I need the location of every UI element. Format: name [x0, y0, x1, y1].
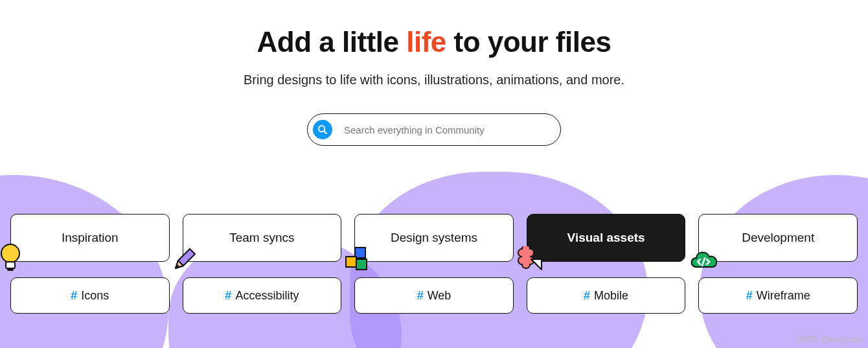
hash-icon: # — [584, 289, 590, 303]
tag-label: Accessibility — [235, 289, 299, 303]
category-card-inspiration[interactable]: Inspiration — [10, 214, 170, 262]
blocks-icon — [343, 246, 369, 275]
search-icon[interactable] — [313, 120, 332, 139]
tag-label: Web — [428, 289, 451, 303]
svg-rect-9 — [346, 257, 356, 267]
category-card-development[interactable]: Development — [698, 214, 858, 262]
hash-icon: # — [71, 289, 77, 303]
svg-marker-5 — [176, 249, 195, 268]
hash-icon: # — [746, 289, 753, 303]
watermark: CSDN @tengyuxin — [796, 335, 862, 344]
tag-label: Wireframe — [757, 289, 810, 303]
tag-card-web[interactable]: #Web — [354, 277, 514, 314]
shape-icon — [516, 246, 545, 275]
svg-marker-6 — [176, 261, 183, 268]
title-pre: Add a little — [257, 26, 407, 58]
category-grid: Inspiration Team syncs Design systems — [10, 214, 858, 314]
hash-icon: # — [417, 289, 424, 303]
tag-card-mobile[interactable]: #Mobile — [527, 277, 686, 314]
title-post: to your files — [446, 26, 611, 58]
tag-label: Mobile — [594, 289, 628, 303]
svg-rect-8 — [355, 248, 365, 258]
page-subtitle: Bring designs to life with icons, illust… — [0, 73, 868, 87]
category-card-visual-assets[interactable]: Visual assets — [527, 214, 686, 262]
category-label: Inspiration — [62, 231, 119, 245]
cloud-code-icon — [687, 248, 721, 275]
tag-label: Icons — [81, 289, 109, 303]
tag-card-wireframe[interactable]: #Wireframe — [698, 277, 858, 314]
svg-marker-7 — [176, 264, 179, 268]
category-label: Visual assets — [567, 231, 645, 245]
tag-card-accessibility[interactable]: #Accessibility — [183, 277, 342, 314]
hash-icon: # — [225, 289, 231, 303]
search-container[interactable] — [307, 113, 561, 146]
page-title: Add a little life to your files — [0, 26, 868, 58]
search-input[interactable] — [344, 124, 555, 135]
svg-rect-10 — [356, 259, 367, 270]
title-accent: life — [406, 26, 446, 58]
category-card-team-syncs[interactable]: Team syncs — [183, 214, 342, 262]
pencil-icon — [172, 246, 198, 275]
tag-card-icons[interactable]: #Icons — [10, 277, 170, 314]
category-label: Development — [742, 231, 814, 245]
svg-line-1 — [324, 131, 326, 133]
svg-line-11 — [702, 258, 705, 266]
category-label: Design systems — [391, 231, 477, 245]
category-card-design-systems[interactable]: Design systems — [354, 214, 514, 262]
category-label: Team syncs — [229, 231, 294, 245]
